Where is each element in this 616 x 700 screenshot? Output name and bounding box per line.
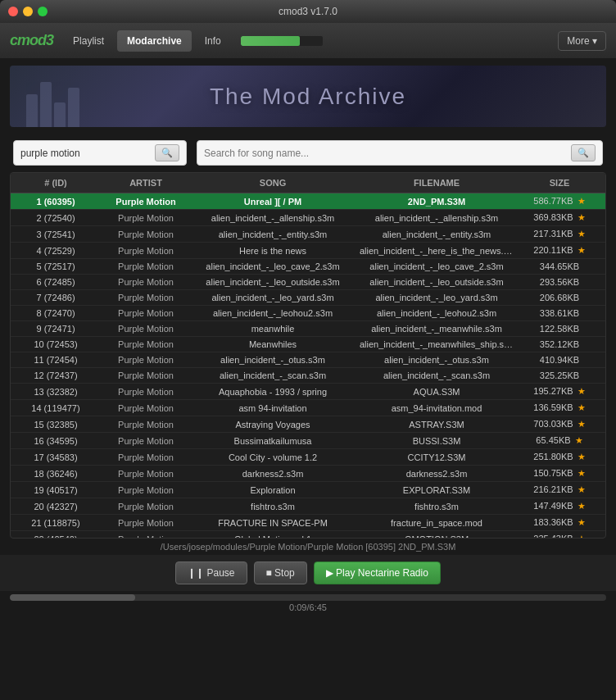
col-header-filename: FILENAME xyxy=(355,176,519,189)
table-row[interactable]: 17 (34583)Purple MotionCool City - volum… xyxy=(11,449,605,466)
row-size: 344.65KB xyxy=(519,259,600,274)
volume-bar[interactable] xyxy=(241,36,323,46)
row-song: Cool City - volume 1.2 xyxy=(191,450,355,465)
row-filename: alien_incident_-_leohou2.s3m xyxy=(355,306,519,320)
row-filename: alien_incident_-_leo_cave_2.s3m xyxy=(355,259,519,274)
progress-fill xyxy=(10,594,135,601)
title-bar: cmod3 v1.7.0 xyxy=(0,0,616,23)
star-icon: ★ xyxy=(575,484,586,494)
artist-search-input[interactable] xyxy=(20,148,152,159)
song-search-input[interactable] xyxy=(204,148,568,159)
table-row[interactable]: 22 (42540)Purple MotionGlobal Motion vol… xyxy=(11,531,605,538)
row-filename: alien_incident_-_meanwhile.s3m xyxy=(355,321,519,336)
row-size: 216.21KB ★ xyxy=(519,482,600,498)
info-nav-button[interactable]: Info xyxy=(195,30,231,52)
star-icon: ★ xyxy=(575,402,586,412)
row-song: Global Motion vol.1 xyxy=(191,532,355,539)
maximize-button[interactable] xyxy=(38,7,48,16)
table-row[interactable]: 18 (36246)Purple Motiondarkness2.s3mdark… xyxy=(11,466,605,482)
row-artist: Purple Motion xyxy=(101,401,191,416)
search-area: 🔍 🔍 xyxy=(0,134,616,172)
pause-button[interactable]: ❙❙ Pause xyxy=(175,561,247,584)
row-id: 15 (32385) xyxy=(11,417,101,432)
row-filename: fracture_in_space.mod xyxy=(355,516,519,530)
table-row[interactable]: 8 (72470)Purple Motionalien_incident_-_l… xyxy=(11,306,605,321)
star-icon: ★ xyxy=(575,517,586,527)
row-size: 150.75KB ★ xyxy=(519,466,600,481)
playback-controls: ❙❙ Pause ■ Stop ▶ Play Nectarine Radio xyxy=(0,555,616,591)
progress-track[interactable] xyxy=(10,594,606,601)
row-artist: Purple Motion xyxy=(101,417,191,432)
row-artist: Purple Motion xyxy=(101,321,191,336)
row-artist: Purple Motion xyxy=(101,532,191,539)
table-row[interactable]: 2 (72540)Purple Motionalien_incident_-_a… xyxy=(11,210,605,226)
window-controls[interactable] xyxy=(8,7,48,16)
artist-search-box: 🔍 xyxy=(13,140,187,166)
row-song: Aquaphobia - 1993 / spring xyxy=(191,384,355,399)
table-row[interactable]: 5 (72517)Purple Motionalien_incident_-_l… xyxy=(11,259,605,275)
star-icon: ★ xyxy=(575,245,586,255)
row-id: 14 (119477) xyxy=(11,401,101,416)
row-size: 220.11KB ★ xyxy=(519,243,600,258)
table-row[interactable]: 6 (72485)Purple Motionalien_incident_-_l… xyxy=(11,275,605,290)
table-row[interactable]: 14 (119477)Purple Motionasm 94-invitatio… xyxy=(11,400,605,416)
artist-search-button[interactable]: 🔍 xyxy=(155,144,179,161)
row-filename: alien_incident_-_entity.s3m xyxy=(355,227,519,242)
table-row[interactable]: 3 (72541)Purple Motionalien_incident_-_e… xyxy=(11,226,605,243)
row-id: 19 (40517) xyxy=(11,483,101,498)
row-artist: Purple Motion xyxy=(101,227,191,242)
table-row[interactable]: 15 (32385)Purple MotionAstraying Voyages… xyxy=(11,416,605,433)
row-id: 7 (72486) xyxy=(11,290,101,305)
table-row[interactable]: 9 (72471)Purple Motionmeanwhilealien_inc… xyxy=(11,321,605,337)
row-id: 8 (72470) xyxy=(11,306,101,320)
table-row[interactable]: 13 (32382)Purple MotionAquaphobia - 1993… xyxy=(11,384,605,400)
row-artist: Purple Motion xyxy=(101,275,191,289)
row-id: 6 (72485) xyxy=(11,275,101,289)
row-filename: BUSSI.S3M xyxy=(355,434,519,448)
row-size: 136.59KB ★ xyxy=(519,400,600,416)
row-size: 195.27KB ★ xyxy=(519,384,600,399)
table-row[interactable]: 10 (72453)Purple MotionMeanwhilesalien_i… xyxy=(11,337,605,352)
modarchive-nav-button[interactable]: Modarchive xyxy=(117,30,192,52)
row-size: 352.12KB xyxy=(519,337,600,352)
table-row[interactable]: 21 (118875)Purple MotionFRACTURE IN SPAC… xyxy=(11,515,605,531)
minimize-button[interactable] xyxy=(23,7,33,16)
row-artist: Purple Motion xyxy=(101,211,191,225)
close-button[interactable] xyxy=(8,7,18,16)
row-size: 183.36KB ★ xyxy=(519,515,600,530)
table-row[interactable]: 7 (72486)Purple Motionalien_incident_-_l… xyxy=(11,290,605,306)
table-row[interactable]: 19 (40517)Purple MotionExplorationEXPLOR… xyxy=(11,482,605,498)
table-body: 1 (60395)Purple MotionUnreal ][ / PM2ND_… xyxy=(11,193,605,538)
row-id: 20 (42327) xyxy=(11,499,101,514)
more-button[interactable]: More ▾ xyxy=(558,31,606,51)
table-row[interactable]: 16 (34595)Purple MotionBussimatkailumusa… xyxy=(11,433,605,449)
volume-control[interactable] xyxy=(241,36,323,46)
row-size: 369.83KB ★ xyxy=(519,210,600,225)
row-filename: alien_incident_-_leo_outside.s3m xyxy=(355,275,519,289)
window-title: cmod3 v1.7.0 xyxy=(279,6,337,17)
row-size: 217.31KB ★ xyxy=(519,226,600,242)
row-size: 586.77KB ★ xyxy=(519,193,600,209)
star-icon: ★ xyxy=(575,196,586,206)
row-filename: asm_94-invitation.mod xyxy=(355,401,519,416)
row-filename: alien_incident_-_meanwhiles_ship.s3m xyxy=(355,337,519,352)
row-size: 206.68KB xyxy=(519,290,600,305)
row-song: Exploration xyxy=(191,483,355,498)
song-search-button[interactable]: 🔍 xyxy=(571,144,596,161)
row-song: Unreal ][ / PM xyxy=(191,194,355,209)
nectarine-button[interactable]: ▶ Play Nectarine Radio xyxy=(314,561,441,584)
row-id: 16 (34595) xyxy=(11,434,101,448)
row-size: 147.49KB ★ xyxy=(519,498,600,514)
playlist-nav-button[interactable]: Playlist xyxy=(63,30,114,52)
banner-title: The Mod Archive xyxy=(210,84,406,110)
row-song: alien_incident_-_scan.s3m xyxy=(191,368,355,383)
stop-button[interactable]: ■ Stop xyxy=(254,561,307,584)
table-row[interactable]: 12 (72437)Purple Motionalien_incident_-_… xyxy=(11,368,605,384)
table-row[interactable]: 4 (72529)Purple MotionHere is the newsal… xyxy=(11,243,605,259)
table-row[interactable]: 20 (42327)Purple Motionfishtro.s3mfishtr… xyxy=(11,498,605,515)
row-id: 5 (72517) xyxy=(11,259,101,274)
table-row[interactable]: 1 (60395)Purple MotionUnreal ][ / PM2ND_… xyxy=(11,193,605,210)
row-id: 21 (118875) xyxy=(11,516,101,530)
row-artist: Purple Motion xyxy=(101,434,191,448)
table-row[interactable]: 11 (72454)Purple Motionalien_incident_-_… xyxy=(11,352,605,368)
